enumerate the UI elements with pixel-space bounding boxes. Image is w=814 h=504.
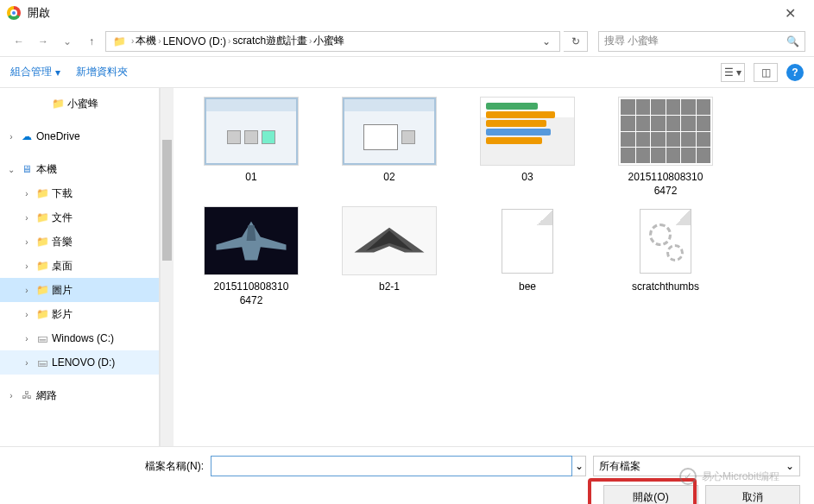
chevron-down-icon: ▾ — [55, 66, 60, 79]
thumbnail — [342, 97, 437, 166]
file-grid: 0102032015110808310647220151108083106472… — [174, 88, 814, 446]
file-item[interactable]: 03 — [467, 97, 588, 198]
expand-icon[interactable]: › — [21, 237, 33, 247]
expand-icon[interactable]: › — [5, 132, 17, 142]
tree-item--[interactable]: ›📁圖片 — [0, 278, 159, 302]
tree-item--[interactable]: ›🖧網路 — [0, 383, 159, 407]
file-label: bee — [519, 280, 536, 294]
file-item[interactable]: 01 — [191, 97, 312, 198]
file-label: 03 — [521, 171, 533, 185]
breadcrumb-segment[interactable]: LENOVO (D:) — [163, 35, 226, 47]
file-item[interactable]: 20151108083106472 — [605, 97, 726, 198]
tree-item--[interactable]: ›📁文件 — [0, 205, 159, 230]
close-button[interactable]: ✕ — [773, 5, 807, 22]
thumbnail — [618, 206, 713, 275]
tree-item--[interactable]: ›📁下載 — [0, 181, 159, 205]
expand-icon[interactable]: › — [21, 358, 33, 368]
preview-pane-button[interactable]: ◫ — [754, 63, 778, 82]
folder-icon: 📁 — [35, 236, 50, 248]
drive-icon: 🖴 — [35, 356, 50, 369]
tree-item-windows-c-[interactable]: ›🖴Windows (C:) — [0, 326, 159, 350]
thumbnail — [618, 97, 713, 166]
scrollbar-thumb[interactable] — [162, 140, 172, 261]
tree-label: 本機 — [36, 162, 57, 177]
tree-item--[interactable]: 📁小蜜蜂 — [0, 91, 159, 116]
expand-icon[interactable]: › — [21, 334, 33, 343]
file-label: 20151108083106472 — [628, 171, 704, 198]
tree-label: 影片 — [52, 307, 73, 322]
thumbnail — [480, 97, 575, 166]
expand-icon[interactable]: › — [21, 189, 33, 198]
cancel-button[interactable]: 取消 — [705, 485, 800, 504]
network-icon: 🖧 — [19, 389, 35, 401]
thumbnail — [204, 97, 299, 166]
breadcrumb-dropdown[interactable]: ⌄ — [537, 35, 556, 47]
file-item[interactable]: b2-1 — [329, 206, 450, 307]
back-button[interactable]: ← — [9, 31, 29, 52]
chevron-right-icon: › — [309, 36, 312, 46]
breadcrumb-segment[interactable]: 本機 — [136, 34, 156, 48]
view-mode-button[interactable]: ☰ ▾ — [721, 63, 745, 82]
search-placeholder: 搜尋 小蜜蜂 — [604, 34, 786, 48]
chevron-right-icon: › — [131, 36, 134, 46]
tree-item-onedrive[interactable]: ›☁OneDrive — [0, 124, 159, 148]
nav-bar: ← → ⌄ ↑ 📁 › 本機 › LENOVO (D:) › scratch遊戲… — [0, 26, 814, 57]
titlebar: 開啟 ✕ — [0, 0, 814, 26]
folder-icon: 📁 — [35, 284, 50, 296]
file-label: 20151108083106472 — [214, 280, 289, 307]
thumbnail — [480, 206, 575, 275]
file-label: 01 — [245, 171, 256, 185]
expand-icon[interactable]: › — [21, 261, 33, 271]
tree-label: 圖片 — [52, 283, 73, 298]
expand-icon[interactable]: ⌄ — [5, 165, 17, 174]
tree-label: 小蜜蜂 — [67, 97, 98, 111]
chrome-icon — [7, 6, 21, 20]
help-button[interactable]: ? — [786, 64, 804, 81]
filename-dropdown[interactable]: ⌄ — [572, 456, 586, 476]
dialog-footer: 檔案名稱(N): ⌄ 所有檔案 ⌄ 開啟(O) 取消 — [0, 446, 814, 504]
filename-input[interactable] — [211, 456, 572, 476]
tree-label: OneDrive — [36, 130, 80, 142]
breadcrumb-segment[interactable]: scratch遊戲計畫 — [232, 34, 307, 48]
file-label: 02 — [383, 171, 394, 185]
tree-item-lenovo-d-[interactable]: ›🖴LENOVO (D:) — [0, 350, 159, 375]
tree-item--[interactable]: ›📁影片 — [0, 302, 159, 326]
breadcrumb[interactable]: 📁 › 本機 › LENOVO (D:) › scratch遊戲計畫 › 小蜜蜂… — [105, 31, 560, 52]
expand-icon[interactable]: › — [21, 213, 33, 223]
file-label: scratchthumbs — [632, 280, 699, 294]
file-item[interactable]: 20151108083106472 — [191, 206, 312, 307]
cloud-icon: ☁ — [19, 130, 35, 142]
chevron-right-icon: › — [158, 36, 161, 46]
tree-item--[interactable]: ›📁桌面 — [0, 254, 159, 278]
new-folder-button[interactable]: 新增資料夾 — [76, 65, 128, 79]
filename-label: 檔案名稱(N): — [14, 459, 204, 474]
tree-label: Windows (C:) — [52, 332, 114, 344]
file-item[interactable]: scratchthumbs — [605, 206, 726, 307]
search-icon: 🔍 — [786, 35, 799, 47]
file-item[interactable]: 02 — [329, 97, 450, 198]
open-button[interactable]: 開啟(O) — [603, 485, 698, 504]
tree-label: 音樂 — [52, 235, 73, 249]
refresh-button[interactable]: ↻ — [564, 31, 588, 52]
tree-label: 網路 — [36, 388, 57, 403]
folder-icon: 📁 — [35, 211, 50, 224]
search-input[interactable]: 搜尋 小蜜蜂 🔍 — [598, 31, 805, 52]
up-button[interactable]: ↑ — [81, 31, 102, 52]
filetype-filter[interactable]: 所有檔案 ⌄ — [593, 456, 800, 476]
chevron-right-icon: › — [228, 36, 230, 46]
recent-dropdown[interactable]: ⌄ — [57, 31, 78, 52]
file-item[interactable]: bee — [467, 206, 588, 307]
forward-button[interactable]: → — [33, 31, 54, 52]
folder-icon: 📁 — [35, 260, 50, 272]
drive-icon: 🖴 — [35, 332, 50, 344]
tree-item--[interactable]: ⌄🖥本機 — [0, 157, 159, 181]
tree-item--[interactable]: ›📁音樂 — [0, 230, 159, 254]
folder-icon: 📁 — [35, 187, 50, 199]
folder-icon: 📁 — [50, 98, 66, 110]
organize-menu[interactable]: 組合管理▾ — [10, 65, 60, 79]
expand-icon[interactable]: › — [5, 391, 17, 400]
tree-scrollbar[interactable] — [160, 88, 174, 446]
expand-icon[interactable]: › — [21, 310, 33, 319]
expand-icon[interactable]: › — [21, 286, 33, 295]
breadcrumb-segment[interactable]: 小蜜蜂 — [313, 34, 344, 48]
